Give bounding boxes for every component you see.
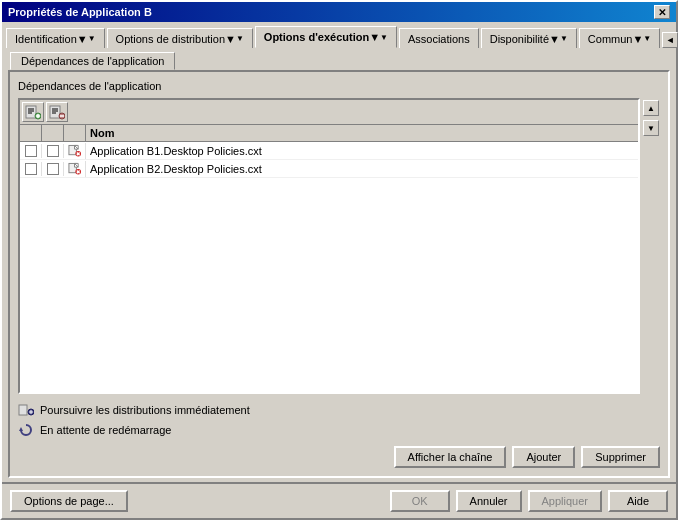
svg-marker-29 [19,427,23,431]
distribute-icon [18,402,34,418]
table-body: Application B1.Desktop Policies.cxt [20,142,638,392]
cancel-button[interactable]: Annuler [456,490,522,512]
supprimer-button[interactable]: Supprimer [581,446,660,468]
sub-tab-dependances[interactable]: Dépendances de l'application [10,52,175,70]
title-bar: Propriétés de Application B ✕ [2,2,676,22]
tabs-area: Identification ▼ Options de distribution… [2,22,676,70]
side-scrollbar: ▲ ▼ [642,98,660,394]
dependency-icon [68,162,81,176]
footer-right: OK Annuler Appliquer Aide [390,490,668,512]
legend-item-2: En attente de redémarrage [18,422,660,438]
close-button[interactable]: ✕ [654,5,670,19]
scroll-up-button[interactable]: ▲ [643,100,659,116]
dependency-icon [68,144,81,158]
remove-icon [49,104,65,120]
add-icon [25,104,41,120]
afficher-chaine-button[interactable]: Afficher la chaîne [394,446,507,468]
svg-rect-7 [50,106,60,118]
footer: Options de page... OK Annuler Appliquer … [2,482,676,518]
legend-item-1: Poursuivre les distributions immédiateme… [18,402,660,418]
checkbox[interactable] [47,163,59,175]
table-row: Application B1.Desktop Policies.cxt [20,142,638,160]
table-toolbar [20,100,638,125]
tab-navigation: ◄ ► [662,32,678,48]
remove-dependency-button[interactable] [46,102,68,122]
tab-identification[interactable]: Identification ▼ [6,28,105,48]
window-title: Propriétés de Application B [8,6,152,18]
add-dependency-button[interactable] [22,102,44,122]
reboot-icon [18,422,34,438]
row1-name: Application B1.Desktop Policies.cxt [86,144,638,158]
checkbox[interactable] [25,145,37,157]
table-row: Application B2.Desktop Policies.cxt [20,160,638,178]
col-icon-header [64,125,86,141]
dependencies-table: Nom [18,98,640,394]
ajouter-button[interactable]: Ajouter [512,446,575,468]
legend-area: Poursuivre les distributions immédiateme… [18,402,660,438]
row1-icon [64,143,86,159]
tab-associations[interactable]: Associations [399,28,479,48]
options-page-button[interactable]: Options de page... [10,490,128,512]
col-check1-header [20,125,42,141]
content-area: Dépendances de l'application [8,70,670,478]
row2-name: Application B2.Desktop Policies.cxt [86,162,638,176]
tabs-row: Identification ▼ Options de distribution… [6,26,672,48]
table-container: Nom [18,98,660,394]
checkbox[interactable] [47,145,59,157]
section-title: Dépendances de l'application [18,80,660,92]
tab-options-distribution[interactable]: Options de distribution ▼ [107,28,253,48]
row1-check2[interactable] [42,144,64,158]
row2-check2[interactable] [42,162,64,176]
apply-button[interactable]: Appliquer [528,490,602,512]
row2-check1[interactable] [20,162,42,176]
legend-label-2: En attente de redémarrage [40,424,171,436]
col-name-header: Nom [86,125,638,141]
checkbox[interactable] [25,163,37,175]
row2-icon [64,161,86,177]
tab-options-execution[interactable]: Options d'exécution ▼ [255,26,397,48]
tab-disponibilite[interactable]: Disponibilité ▼ [481,28,577,48]
ok-button[interactable]: OK [390,490,450,512]
svg-rect-25 [19,405,27,415]
tab-commun[interactable]: Commun ▼ [579,28,660,48]
scroll-down-button[interactable]: ▼ [643,120,659,136]
tab-prev-button[interactable]: ◄ [662,32,678,48]
col-check2-header [42,125,64,141]
help-button[interactable]: Aide [608,490,668,512]
sub-tabs-row: Dépendances de l'application [6,50,672,70]
table-header: Nom [20,125,638,142]
row1-check1[interactable] [20,144,42,158]
svg-rect-0 [26,106,36,118]
legend-label-1: Poursuivre les distributions immédiateme… [40,404,250,416]
footer-left: Options de page... [10,490,128,512]
action-buttons-row: Afficher la chaîne Ajouter Supprimer [18,446,660,468]
main-window: Propriétés de Application B ✕ Identifica… [0,0,678,520]
